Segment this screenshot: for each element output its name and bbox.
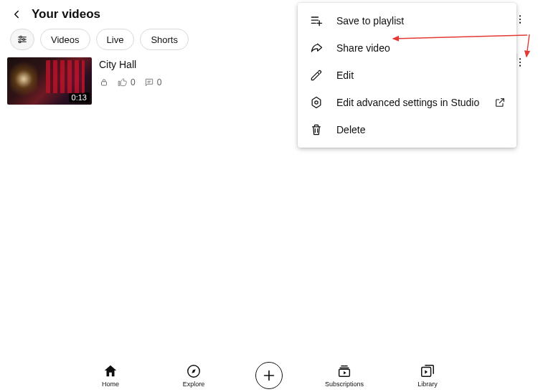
trash-icon bbox=[309, 123, 324, 137]
chevron-left-icon bbox=[10, 8, 23, 21]
home-icon bbox=[103, 363, 118, 379]
nav-explore[interactable]: Explore bbox=[172, 363, 215, 388]
nav-label: Home bbox=[102, 381, 119, 388]
plus-icon bbox=[261, 368, 277, 383]
menu-item-edit-advanced-studio[interactable]: Edit advanced settings in Studio bbox=[298, 89, 516, 116]
nav-label: Library bbox=[417, 381, 438, 388]
compass-icon bbox=[186, 363, 202, 379]
privacy-indicator bbox=[99, 77, 109, 87]
chip-label: Videos bbox=[51, 34, 80, 45]
menu-item-delete[interactable]: Delete bbox=[298, 116, 516, 143]
tune-icon bbox=[16, 34, 28, 45]
menu-item-label: Edit bbox=[336, 70, 354, 81]
filter-chip-live[interactable]: Live bbox=[96, 29, 135, 50]
filter-chip-videos[interactable]: Videos bbox=[40, 29, 90, 50]
comment-icon bbox=[144, 77, 154, 87]
nav-subscriptions[interactable]: Subscriptions bbox=[323, 363, 366, 388]
menu-item-label: Delete bbox=[336, 124, 365, 135]
chip-label: Shorts bbox=[151, 34, 178, 45]
menu-item-save-to-playlist[interactable]: Save to playlist bbox=[298, 7, 516, 34]
svg-rect-6 bbox=[102, 82, 107, 85]
lock-icon bbox=[99, 77, 109, 87]
menu-item-edit[interactable]: Edit bbox=[298, 62, 516, 89]
gear-hex-icon bbox=[309, 95, 324, 110]
svg-marker-20 bbox=[312, 97, 321, 108]
library-icon bbox=[420, 363, 435, 379]
pencil-icon bbox=[309, 68, 324, 82]
menu-item-label: Save to playlist bbox=[336, 15, 404, 27]
nav-library[interactable]: Library bbox=[406, 363, 449, 388]
svg-point-21 bbox=[315, 101, 318, 104]
nav-create-button[interactable] bbox=[255, 362, 283, 389]
page-title: Your videos bbox=[32, 7, 100, 21]
subscriptions-icon bbox=[336, 363, 352, 379]
svg-point-3 bbox=[23, 39, 25, 41]
svg-point-10 bbox=[519, 19, 521, 20]
svg-point-11 bbox=[519, 22, 521, 24]
thumb-up-icon bbox=[118, 77, 128, 87]
chip-label: Live bbox=[107, 34, 124, 45]
menu-item-label: Share video bbox=[336, 42, 390, 54]
filter-settings-button[interactable] bbox=[10, 29, 34, 50]
filter-chip-shorts[interactable]: Shorts bbox=[140, 29, 189, 50]
nav-home[interactable]: Home bbox=[89, 363, 132, 388]
svg-point-5 bbox=[19, 41, 21, 43]
video-duration-badge: 0:13 bbox=[69, 92, 90, 102]
share-icon bbox=[309, 41, 324, 55]
comment-count-value: 0 bbox=[157, 77, 162, 87]
svg-point-12 bbox=[519, 58, 521, 59]
nav-label: Subscriptions bbox=[325, 381, 364, 388]
menu-item-label: Edit advanced settings in Studio bbox=[336, 97, 479, 108]
bottom-nav: Home Explore Subscriptions Library bbox=[0, 358, 538, 392]
video-context-menu: Save to playlist Share video Edit Edit a… bbox=[298, 3, 516, 148]
comment-count: 0 bbox=[144, 77, 162, 87]
svg-point-9 bbox=[519, 15, 521, 16]
nav-label: Explore bbox=[183, 381, 205, 388]
like-count-value: 0 bbox=[131, 77, 136, 87]
open-external-icon bbox=[494, 96, 506, 109]
menu-item-share-video[interactable]: Share video bbox=[298, 34, 516, 62]
back-button[interactable] bbox=[10, 8, 23, 21]
svg-point-1 bbox=[20, 36, 22, 38]
like-count: 0 bbox=[118, 77, 136, 87]
svg-point-13 bbox=[519, 62, 521, 63]
svg-point-14 bbox=[519, 65, 521, 67]
playlist-add-icon bbox=[309, 14, 324, 28]
video-thumbnail[interactable]: 0:13 bbox=[7, 57, 92, 105]
